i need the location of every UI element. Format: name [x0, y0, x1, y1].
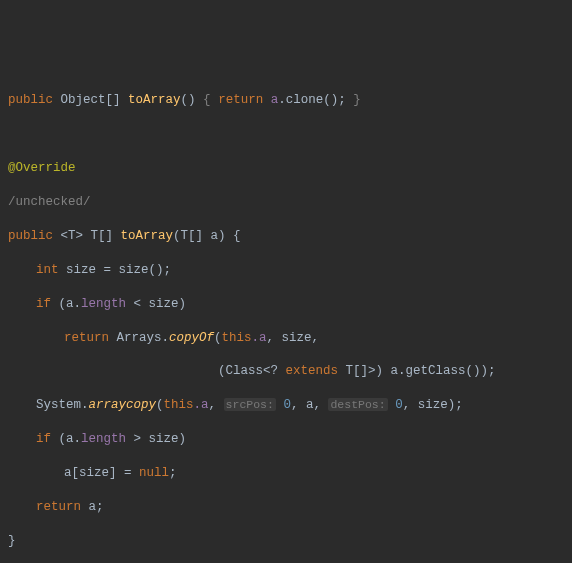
code-line: } — [8, 533, 572, 550]
code-line: int size = size(); — [8, 262, 572, 279]
keyword-public: public — [8, 93, 53, 107]
comment: /unchecked/ — [8, 195, 91, 209]
static-arraycopy: arraycopy — [89, 398, 157, 412]
code-line: public Object[] toArray() { return a.clo… — [8, 92, 572, 109]
method-toArray: toArray — [121, 229, 174, 243]
static-copyOf: copyOf — [169, 331, 214, 345]
annotation-override: @Override — [8, 161, 76, 175]
code-line: return Arrays.copyOf(this.a, size, — [8, 330, 572, 347]
code-line: @Override — [8, 160, 572, 177]
code-line: (Class<? extends T[]>) a.getClass()); — [8, 363, 572, 380]
code-line: /unchecked/ — [8, 194, 572, 211]
code-line: return a; — [8, 499, 572, 516]
method-toArray: toArray — [128, 93, 181, 107]
param-hint: srcPos: — [224, 398, 276, 411]
param-hint: destPos: — [328, 398, 387, 411]
code-line: public <T> T[] toArray(T[] a) { — [8, 228, 572, 245]
code-line: if (a.length > size) — [8, 431, 572, 448]
code-line: if (a.length < size) — [8, 296, 572, 313]
code-line: System.arraycopy(this.a, srcPos: 0, a, d… — [8, 397, 572, 414]
blank-line — [8, 126, 572, 143]
code-editor-content[interactable]: public Object[] toArray() { return a.clo… — [0, 76, 572, 564]
code-line: a[size] = null; — [8, 465, 572, 482]
